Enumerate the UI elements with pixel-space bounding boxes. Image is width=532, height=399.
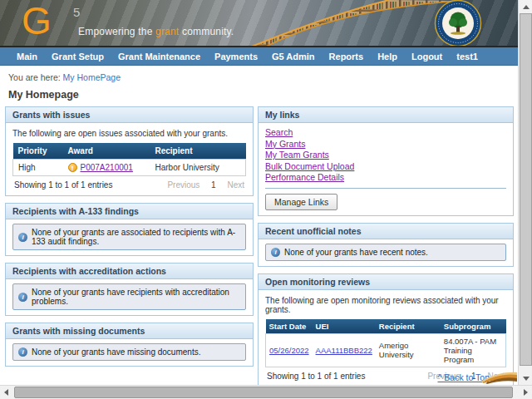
nav-item-g5-admin[interactable]: G5 Admin [272, 52, 315, 62]
scroll-up-icon[interactable] [523, 5, 530, 9]
manage-links-button[interactable]: Manage Links [265, 194, 337, 210]
table-footer: Showing 1 to 1 of 1 entries Previous 1 N… [12, 176, 246, 190]
nav-item-help[interactable]: Help [377, 52, 397, 62]
panel-accreditation-actions: Recipients with accreditation actions i … [5, 263, 254, 316]
scroll-down-icon[interactable] [523, 377, 530, 381]
panel-recent-unofficial-notes: Recent unofficial notes i None of your g… [258, 223, 514, 267]
col-header-recipient[interactable]: Recipient [150, 143, 246, 160]
panel-grants-with-issues: Grants with issues The following are ope… [5, 106, 254, 196]
info-icon: i [18, 293, 27, 302]
pagination-next[interactable]: Next [227, 180, 244, 190]
col-header-subprogram[interactable]: Subprogram [441, 319, 506, 334]
a133-info-message: i None of your grants are associated to … [12, 224, 246, 250]
page-content: G 5 Empowering the grant community. Main… [0, 0, 518, 385]
col-header-start-date[interactable]: Start Date [266, 319, 313, 334]
corner-decoration [482, 371, 517, 384]
scroll-left-icon[interactable] [4, 389, 8, 396]
g5-logo: G 5 [22, 2, 50, 40]
recent-notes-message-text: None of your grants have recent notes. [284, 248, 428, 257]
monitoring-reviews-table: Start Date UEI Recipient Subprogram 05/2… [265, 319, 506, 367]
vertical-scrollbar[interactable] [518, 0, 532, 385]
recent-notes-info-message: i None of your grants have recent notes. [265, 244, 506, 261]
g5-logo-g: G [22, 0, 50, 42]
my-links-search[interactable]: Search [265, 127, 506, 138]
award-link[interactable]: P007A210001 [81, 163, 133, 172]
info-icon: i [271, 248, 280, 257]
pagination-page-1[interactable]: 1 [211, 180, 216, 190]
panel-missing-documents-title: Grants with missing documents [6, 323, 253, 339]
missing-documents-info-message: i None of your grants have missing docum… [12, 343, 246, 361]
tagline-pre: Empowering the [78, 26, 155, 37]
monitoring-description: The following are open monitoring review… [265, 296, 506, 314]
showing-entries-text: Showing 1 to 1 of 1 entries [14, 180, 112, 190]
nav-item-grant-setup[interactable]: Grant Setup [52, 52, 104, 62]
panel-my-links-title: My links [259, 107, 513, 123]
panel-recent-unofficial-notes-title: Recent unofficial notes [259, 224, 513, 239]
breadcrumb-prefix: You are here: [8, 72, 63, 82]
tagline: Empowering the grant community. [78, 26, 234, 37]
scroll-right-icon[interactable] [524, 389, 528, 396]
my-links-performance-details[interactable]: Performance Details [265, 172, 506, 183]
panel-open-monitoring-reviews-title: Open monitoring reviews [259, 274, 513, 290]
nav-item-grant-maintenance[interactable]: Grant Maintenance [118, 52, 200, 62]
accreditation-message-text: None of your grants have recipients with… [32, 288, 240, 306]
pagination-previous[interactable]: Previous [167, 180, 200, 190]
uei-link[interactable]: AAA111BBB222 [316, 346, 372, 355]
dept-of-education-seal-icon [431, 0, 485, 47]
start-date-link[interactable]: 05/26/2022 [269, 346, 309, 355]
cell-recipient: Amerigo University [376, 333, 441, 367]
col-header-award[interactable]: Award [63, 143, 150, 160]
missing-documents-message-text: None of your grants have missing documen… [32, 347, 200, 357]
col-header-recipient[interactable]: Recipient [376, 319, 441, 334]
panel-missing-documents: Grants with missing documents i None of … [5, 323, 254, 367]
cell-subprogram: 84.007A - PAM Training Program [441, 333, 506, 367]
g5-logo-5: 5 [73, 5, 80, 19]
grants-with-issues-table: Priority Award Recipient High !P007A2100… [12, 143, 246, 176]
tagline-accent: grant [155, 26, 179, 37]
nav-item-reports[interactable]: Reports [329, 52, 364, 62]
panel-a133-findings-title: Recipients with A-133 findings [6, 204, 253, 219]
panel-open-monitoring-reviews: Open monitoring reviews The following ar… [258, 273, 514, 386]
table-row: 05/26/2022 AAA111BBB222 Amerigo Universi… [266, 333, 506, 367]
horizontal-scrollbar-thumb[interactable] [14, 387, 513, 398]
showing-entries-text: Showing 1 to 1 of 1 entries [267, 372, 365, 381]
table-row: High !P007A210001 Harbor University [13, 160, 246, 176]
a133-message-text: None of your grants are associated to re… [32, 228, 240, 246]
cell-recipient: Harbor University [150, 160, 246, 176]
page-title: My Homepage [8, 89, 518, 101]
right-column: My links Search My Grants My Team Grants… [258, 106, 514, 385]
cell-award: !P007A210001 [63, 160, 150, 176]
nav-item-payments[interactable]: Payments [214, 52, 258, 62]
vertical-scrollbar-thumb[interactable] [520, 13, 532, 366]
col-header-priority[interactable]: Priority [13, 143, 63, 160]
my-links-my-grants[interactable]: My Grants [265, 139, 506, 150]
divider [265, 188, 506, 189]
tagline-post: community. [179, 26, 234, 37]
pagination: Previous 1 Next [167, 180, 244, 190]
header-banner: G 5 Empowering the grant community. [0, 0, 518, 47]
dashboard-columns: Grants with issues The following are ope… [0, 106, 518, 385]
panel-my-links: My links Search My Grants My Team Grants… [258, 106, 514, 216]
nav-item-logout[interactable]: Logout [411, 52, 442, 62]
info-icon: i [18, 233, 27, 242]
panel-a133-findings: Recipients with A-133 findings i None of… [5, 203, 254, 256]
info-icon: i [18, 347, 27, 357]
accreditation-info-message: i None of your grants have recipients wi… [12, 283, 246, 310]
col-header-uei[interactable]: UEI [313, 319, 376, 334]
breadcrumb-current-link[interactable]: My HomePage [63, 72, 121, 82]
main-nav: Main Grant Setup Grant Maintenance Payme… [0, 47, 518, 66]
horizontal-scrollbar[interactable] [0, 385, 532, 399]
my-links-bulk-document-upload[interactable]: Bulk Document Upload [265, 161, 506, 172]
panel-accreditation-actions-title: Recipients with accreditation actions [6, 264, 253, 279]
my-links-my-team-grants[interactable]: My Team Grants [265, 150, 506, 160]
left-column: Grants with issues The following are ope… [5, 106, 254, 373]
cell-priority: High [13, 160, 63, 176]
nav-item-username[interactable]: test1 [456, 52, 478, 62]
breadcrumb: You are here: My HomePage [8, 72, 518, 82]
nav-item-main[interactable]: Main [17, 52, 37, 62]
grants-with-issues-description: The following are open issues associated… [12, 129, 246, 138]
panel-grants-with-issues-title: Grants with issues [6, 107, 253, 123]
warning-icon: ! [68, 163, 77, 172]
